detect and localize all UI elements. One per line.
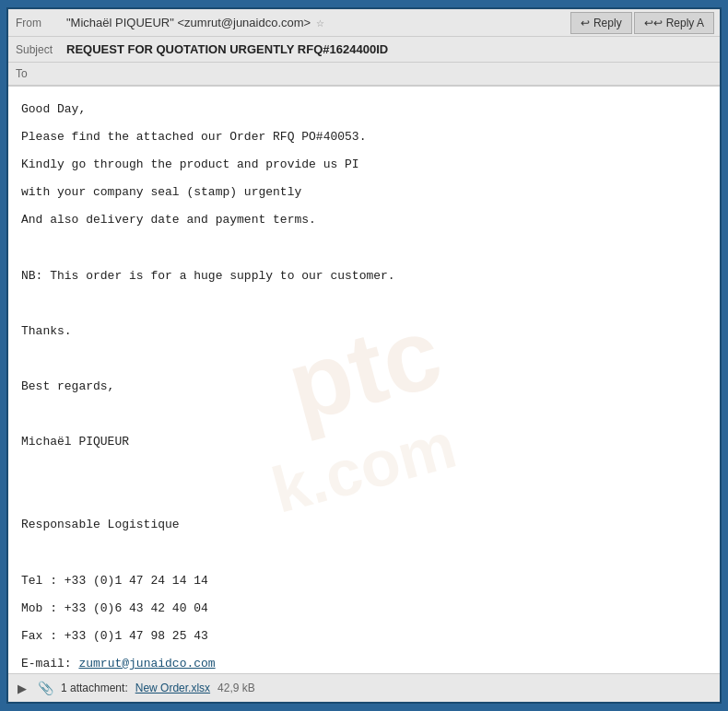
email-header: From "Michaël PIQUEUR" <zumrut@junaidco.… [8, 9, 720, 87]
attachment-size: 42,9 kB [217, 682, 255, 694]
email-link[interactable]: zumrut@junaidco.com [78, 657, 215, 670]
attachment-bar: ▶ 📎 1 attachment: New Order.xlsx 42,9 kB [8, 673, 720, 702]
attachment-count: 1 attachment: [61, 682, 128, 694]
body-line-6: NB: This order is for a huge supply to o… [21, 266, 707, 286]
body-line-tel: Tel : +33 (0)1 47 24 14 14 [21, 571, 707, 591]
from-row: From "Michaël PIQUEUR" <zumrut@junaidco.… [8, 9, 720, 37]
body-line-mob: Mob : +33 (0)6 43 42 40 04 [21, 599, 707, 619]
body-line-10: Responsable Logistique [21, 515, 707, 535]
reply-all-arrow-icon: ↩↩ [644, 17, 663, 29]
email-container: From "Michaël PIQUEUR" <zumrut@junaidco.… [6, 7, 722, 704]
body-line-fax: Fax : +33 (0)1 47 98 25 43 [21, 626, 707, 647]
from-label: From [16, 17, 66, 29]
email-prefix: E-mail: [21, 657, 78, 670]
reply-button[interactable]: ↩ Reply [570, 12, 632, 34]
body-line-7: Thanks. [21, 321, 707, 342]
body-line-2: Please find the attached our Order RFQ P… [21, 127, 707, 147]
body-line-1: Good Day, [21, 99, 707, 120]
from-value: "Michaël PIQUEUR" <zumrut@junaidco.com> [66, 16, 311, 29]
reply-all-button[interactable]: ↩↩ Reply A [634, 12, 714, 34]
to-label: To [16, 67, 66, 80]
subject-value: REQUEST FOR QUOTATION URGENTLY RFQ#16244… [66, 42, 388, 56]
email-body-area: ptc k.com Good Day, Please find the atta… [8, 87, 720, 673]
to-row: To [8, 63, 720, 86]
body-line-8: Best regards, [21, 377, 707, 397]
body-line-5: And also delivery date and payment terms… [21, 210, 707, 230]
expand-arrow-icon[interactable]: ▶ [18, 682, 27, 695]
body-line-9: Michaël PIQUEUR [21, 432, 707, 452]
star-icon[interactable]: ☆ [316, 15, 323, 30]
body-line-3: Kindly go through the product and provid… [21, 155, 707, 175]
reply-arrow-icon: ↩ [581, 17, 590, 29]
attachment-filename[interactable]: New Order.xlsx [135, 682, 210, 694]
paperclip-icon: 📎 [38, 681, 53, 695]
body-line-4: with your company seal (stamp) urgently [21, 182, 707, 203]
subject-row: Subject REQUEST FOR QUOTATION URGENTLY R… [8, 37, 720, 63]
body-line-email: E-mail: zumrut@junaidco.com [21, 654, 707, 673]
email-body: Good Day, Please find the attached our O… [21, 99, 707, 673]
reply-buttons: ↩ Reply ↩↩ Reply A [570, 12, 714, 34]
subject-label: Subject [16, 43, 66, 56]
